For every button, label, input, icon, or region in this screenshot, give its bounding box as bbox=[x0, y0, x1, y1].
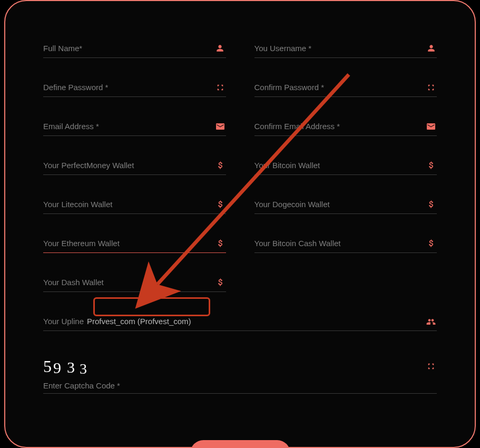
password-field bbox=[43, 78, 226, 97]
password-input[interactable] bbox=[43, 78, 214, 96]
bitcoin-cash-field bbox=[254, 234, 437, 253]
email-input[interactable] bbox=[43, 117, 214, 135]
perfectmoney-field bbox=[43, 156, 226, 175]
ethereum-input[interactable] bbox=[43, 234, 214, 252]
dogecoin-field bbox=[254, 195, 437, 214]
dollar-icon bbox=[425, 239, 437, 248]
bitcoin-input[interactable] bbox=[254, 156, 426, 174]
dash-input[interactable] bbox=[43, 273, 214, 291]
envelope-icon bbox=[214, 123, 226, 130]
captcha-label: Enter Captcha Code * bbox=[43, 381, 437, 390]
confirm-password-field bbox=[254, 78, 437, 97]
email-field bbox=[43, 117, 226, 136]
bitcoin-cash-input[interactable] bbox=[254, 234, 426, 252]
dollar-icon bbox=[214, 278, 226, 287]
spacer bbox=[254, 273, 437, 292]
bitcoin-field bbox=[254, 156, 437, 175]
confirm-email-input[interactable] bbox=[254, 117, 426, 135]
litecoin-field bbox=[43, 195, 226, 214]
dollar-icon bbox=[214, 161, 226, 170]
dollar-icon bbox=[425, 200, 437, 209]
upline-label: Your Upline bbox=[43, 317, 84, 326]
register-row: Register bbox=[43, 440, 437, 448]
perfectmoney-input[interactable] bbox=[43, 156, 214, 174]
envelope-icon bbox=[425, 123, 437, 130]
dash-field bbox=[43, 273, 226, 292]
compress-icon bbox=[214, 84, 226, 91]
full-name-field bbox=[43, 39, 226, 58]
username-input[interactable] bbox=[254, 39, 426, 57]
ethereum-field bbox=[43, 234, 226, 253]
captcha-field: 5 9 3 3 Enter Captcha Code * bbox=[43, 351, 437, 394]
user-icon bbox=[425, 44, 437, 52]
full-name-input[interactable] bbox=[43, 39, 214, 57]
form-grid: Your Upline Profvest_com (Profvest_com) … bbox=[43, 39, 437, 448]
confirm-password-input[interactable] bbox=[254, 78, 426, 96]
register-button[interactable]: Register bbox=[190, 440, 290, 448]
username-field bbox=[254, 39, 437, 58]
compress-icon bbox=[425, 363, 437, 370]
compress-icon bbox=[425, 84, 437, 91]
upline-value: Profvest_com (Profvest_com) bbox=[87, 317, 191, 326]
confirm-email-field bbox=[254, 117, 437, 136]
registration-card: Your Upline Profvest_com (Profvest_com) … bbox=[4, 0, 476, 448]
user-icon bbox=[214, 44, 226, 52]
upline-field: Your Upline Profvest_com (Profvest_com) bbox=[43, 312, 437, 331]
litecoin-input[interactable] bbox=[43, 195, 214, 213]
captcha-image: 5 9 3 3 bbox=[43, 356, 437, 376]
dogecoin-input[interactable] bbox=[254, 195, 426, 213]
users-icon bbox=[425, 318, 437, 325]
dollar-icon bbox=[425, 161, 437, 170]
dollar-icon bbox=[214, 200, 226, 209]
dollar-icon bbox=[214, 239, 226, 248]
